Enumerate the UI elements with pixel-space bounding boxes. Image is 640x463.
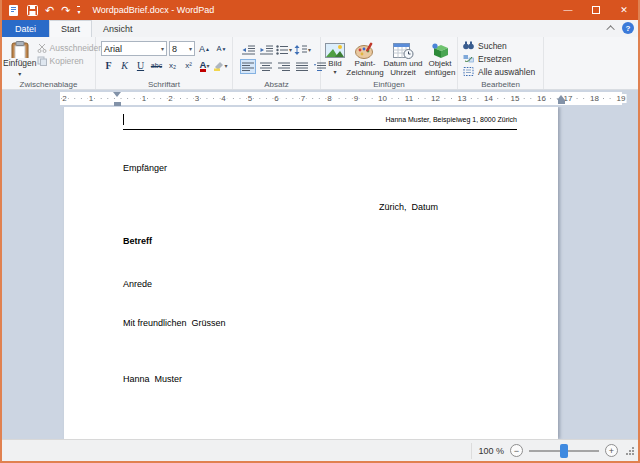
italic-button[interactable]: K: [117, 58, 132, 73]
signature-line: Hanna Muster: [123, 374, 182, 384]
justify-button[interactable]: [294, 59, 310, 74]
font-color-dropdown-icon: ▾: [206, 62, 209, 69]
select-all-button[interactable]: Alle auswählen: [463, 65, 542, 78]
replace-button[interactable]: Ersetzen: [463, 52, 542, 65]
ruler-band[interactable]: 2112345678910111213141516171819: [60, 92, 622, 105]
paste-label: Einfügen: [3, 58, 37, 68]
group-insert: Bild Paint-Zeichnung Datum und Uhrzeit O…: [321, 37, 458, 89]
decrease-indent-button[interactable]: [240, 42, 256, 57]
group-clipboard: Einfügen Ausschneiden Kopieren Zwischena…: [2, 37, 96, 89]
maximize-button[interactable]: [582, 0, 610, 20]
find-button[interactable]: Suchen: [463, 39, 542, 52]
superscript-button[interactable]: x²: [181, 58, 196, 73]
font-size-value: 8: [172, 44, 177, 54]
ruler-number: 14: [483, 94, 494, 103]
minimize-button[interactable]: —: [554, 0, 582, 20]
wordpad-window: ↶ ↷ ▾ WordpadBrief.docx - WordPad — ✕ Da…: [0, 0, 640, 463]
line-spacing-icon: [294, 45, 307, 55]
font-size-dropdown-icon: ▾: [186, 45, 192, 52]
tab-file[interactable]: Datei: [2, 20, 49, 37]
left-indent-marker-icon[interactable]: [113, 92, 122, 105]
titlebar: ↶ ↷ ▾ WordpadBrief.docx - WordPad — ✕: [2, 0, 638, 20]
font-size-combobox[interactable]: 8▾: [169, 41, 195, 56]
find-label: Suchen: [478, 41, 507, 51]
redo-icon[interactable]: ↷: [61, 5, 70, 16]
clipboard-small-buttons: Ausschneiden Kopieren: [37, 39, 103, 78]
line-spacing-button[interactable]: ▾: [294, 42, 311, 57]
ribbon-aux-controls: ?: [609, 22, 634, 34]
resize-grip-icon[interactable]: [626, 447, 634, 455]
font-family-dropdown-icon: ▾: [158, 45, 164, 52]
subject-line: Betreff: [123, 236, 152, 246]
statusbar-separator: [471, 443, 472, 459]
justify-icon: [296, 62, 308, 71]
letterhead-row: Hanna Muster, Beispielweg 1, 8000 Zürich: [123, 113, 517, 130]
strikethrough-button[interactable]: abc: [149, 58, 164, 73]
highlight-dropdown-icon: ▾: [224, 62, 227, 69]
maximize-icon: [592, 6, 600, 14]
zoom-out-button[interactable]: −: [510, 444, 523, 457]
text-cursor: [123, 114, 124, 125]
paste-button[interactable]: Einfügen: [3, 39, 37, 78]
paint-drawing-label: Paint-Zeichnung: [346, 60, 383, 78]
list-button[interactable]: ▾: [276, 42, 292, 57]
copy-button[interactable]: Kopieren: [37, 56, 103, 66]
ruler-number: 2: [167, 94, 173, 103]
undo-icon[interactable]: ↶: [45, 5, 54, 16]
document-area: Hanna Muster, Beispielweg 1, 8000 Zürich…: [2, 107, 638, 439]
group-editing: Suchen Ersetzen Alle auswählen Bearbeite…: [458, 37, 544, 89]
document-page[interactable]: Hanna Muster, Beispielweg 1, 8000 Zürich…: [64, 107, 558, 439]
insert-picture-label: Bild: [328, 60, 341, 69]
binoculars-icon: [463, 41, 474, 50]
help-icon[interactable]: ?: [622, 22, 634, 34]
highlight-color-button[interactable]: ▾: [213, 58, 228, 73]
paint-drawing-button[interactable]: Paint-Zeichnung: [348, 40, 382, 78]
insert-picture-button[interactable]: Bild: [322, 40, 348, 78]
ruler-number: 1: [88, 94, 94, 103]
wordpad-app-icon[interactable]: [7, 4, 20, 17]
font-color-letter: A: [200, 60, 207, 72]
zoom-slider-thumb[interactable]: [560, 444, 568, 458]
shrink-font-button[interactable]: A▼: [214, 41, 229, 56]
ruler-number: 1: [141, 94, 147, 103]
underline-button[interactable]: U: [133, 58, 148, 73]
right-indent-marker-icon[interactable]: [557, 95, 565, 104]
zoom-slider[interactable]: [529, 450, 599, 452]
subscript-button[interactable]: x₂: [165, 58, 180, 73]
clipboard-group-label: Zwischenablage: [2, 80, 95, 89]
paragraph-group-label: Absatz: [233, 80, 320, 89]
group-font: Arial▾ 8▾ A▲ A▼ F K U abc x₂ x² A▾ ▾ Sch…: [96, 37, 233, 89]
zoom-in-button[interactable]: +: [605, 444, 618, 457]
font-family-combobox[interactable]: Arial▾: [101, 41, 167, 56]
cut-button[interactable]: Ausschneiden: [37, 43, 103, 53]
tab-view[interactable]: Ansicht: [92, 20, 144, 37]
insert-object-button[interactable]: Objekt einfügen: [424, 40, 456, 78]
close-button[interactable]: ✕: [610, 0, 638, 20]
recipient-line: Empfänger: [123, 163, 167, 173]
editing-group-label: Bearbeiten: [458, 80, 543, 89]
ruler-number: 4: [220, 94, 226, 103]
shrink-arrow-icon: ▼: [222, 46, 227, 52]
font-color-button[interactable]: A▾: [197, 58, 212, 73]
ruler-number: 13: [457, 94, 468, 103]
save-icon[interactable]: [27, 5, 38, 16]
window-controls: — ✕: [554, 0, 638, 20]
ruler-number: 11: [404, 94, 414, 103]
tab-start[interactable]: Start: [49, 20, 92, 37]
ruler-number: 9: [353, 94, 359, 103]
increase-indent-button[interactable]: [258, 42, 274, 57]
date-time-button[interactable]: Datum und Uhrzeit: [382, 40, 424, 78]
align-center-icon: [260, 62, 272, 71]
align-left-button[interactable]: [240, 59, 256, 74]
line-spacing-dropdown-icon: ▾: [308, 46, 311, 53]
align-right-button[interactable]: [276, 59, 292, 74]
bold-button[interactable]: F: [101, 58, 116, 73]
ruler-number: 8: [326, 94, 332, 103]
grow-font-button[interactable]: A▲: [197, 41, 212, 56]
zoom-level: 100 %: [478, 446, 504, 456]
ruler-number: 6: [273, 94, 279, 103]
align-center-button[interactable]: [258, 59, 274, 74]
customize-qat-icon[interactable]: ▾: [77, 6, 80, 15]
collapse-ribbon-icon[interactable]: [606, 25, 614, 33]
statusbar: 100 % − +: [2, 439, 638, 461]
